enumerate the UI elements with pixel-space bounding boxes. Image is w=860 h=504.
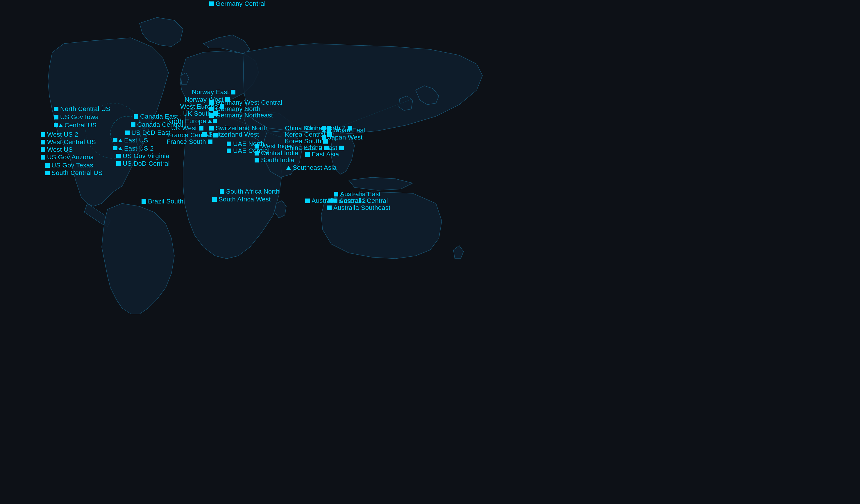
region-dot <box>231 90 235 95</box>
region-japan-west[interactable]: Japan West <box>322 134 363 141</box>
region-central-us[interactable]: Central US <box>54 121 97 129</box>
region-dot <box>54 115 58 119</box>
region-dot <box>209 1 214 6</box>
region-dot <box>116 154 121 158</box>
region-dot <box>45 163 50 168</box>
region-us-gov-texas[interactable]: US Gov Texas <box>45 162 93 169</box>
region-dot <box>199 126 203 130</box>
region-us-gov-arizona[interactable]: US Gov Arizona <box>41 154 94 161</box>
region-dot <box>134 114 138 119</box>
region-dot <box>322 135 326 140</box>
region-south-central-us[interactable]: South Central US <box>45 169 103 177</box>
region-dot <box>202 132 207 137</box>
region-france-south[interactable]: France South <box>167 138 213 146</box>
region-north-central-us[interactable]: North Central US <box>54 105 110 113</box>
region-east-us-2[interactable]: East US 2 <box>113 145 154 152</box>
map-container: North Central US US Gov Iowa Central US … <box>0 0 860 504</box>
region-dot <box>209 107 214 111</box>
region-us-dod-central[interactable]: US DoD Central <box>116 160 170 168</box>
region-dot <box>131 123 135 127</box>
region-australia-central[interactable]: Australia Central <box>328 197 388 205</box>
region-us-dod-east[interactable]: US DoD East <box>125 129 170 136</box>
region-australia-southeast[interactable]: Australia Southeast <box>327 204 390 212</box>
region-west-central-us[interactable]: West Central US <box>41 138 96 146</box>
region-dot <box>255 151 259 156</box>
region-dot <box>227 148 231 153</box>
regions-overlay: North Central US US Gov Iowa Central US … <box>0 0 860 504</box>
region-dot <box>113 138 123 143</box>
region-dot <box>322 128 331 132</box>
region-dot <box>328 199 338 203</box>
region-dot <box>41 140 45 144</box>
region-dot <box>334 192 338 197</box>
region-dot <box>113 146 123 151</box>
region-south-africa-west[interactable]: South Africa West <box>212 196 271 203</box>
region-brazil-south[interactable]: Brazil South <box>142 198 183 205</box>
region-us-gov-virginia[interactable]: US Gov Virginia <box>116 152 170 160</box>
region-dot <box>41 155 45 160</box>
region-dot <box>227 142 231 146</box>
region-us-gov-iowa[interactable]: US Gov Iowa <box>54 113 99 121</box>
region-dot <box>209 126 214 130</box>
region-japan-east[interactable]: Japan East <box>322 127 366 134</box>
region-germany-northeast[interactable]: Germany Northeast <box>209 112 273 119</box>
region-dot <box>305 152 310 157</box>
region-east-asia[interactable]: East Asia <box>305 150 339 158</box>
region-uk-west[interactable]: UK West <box>171 125 203 132</box>
region-dot <box>142 199 146 204</box>
region-dot <box>125 130 130 135</box>
region-dot <box>286 166 291 170</box>
region-dot <box>208 119 217 124</box>
region-dot <box>220 189 224 194</box>
region-dot <box>212 197 217 202</box>
region-southeast-asia[interactable]: Southeast Asia <box>286 164 336 172</box>
region-dot <box>54 107 58 111</box>
region-dot <box>327 205 332 210</box>
region-dot <box>41 147 45 152</box>
region-dot <box>339 146 344 150</box>
region-west-us[interactable]: West US <box>41 146 73 154</box>
region-switzerland-west[interactable]: Switzerland West <box>202 131 259 138</box>
region-west-us-2[interactable]: West US 2 <box>41 131 78 138</box>
region-dot <box>45 171 50 175</box>
region-east-us[interactable]: East US <box>113 136 148 144</box>
region-south-india[interactable]: South India <box>255 156 295 164</box>
region-dot <box>208 140 213 144</box>
region-dot <box>255 158 259 162</box>
region-dot <box>209 113 214 118</box>
region-dot <box>41 132 45 137</box>
region-dot <box>255 144 259 148</box>
region-dot <box>54 123 63 128</box>
region-dot <box>116 161 121 166</box>
region-south-africa-north[interactable]: South Africa North <box>220 188 280 195</box>
region-norway-east[interactable]: Norway East <box>192 88 235 96</box>
region-dot <box>209 100 214 105</box>
region-germany-central[interactable]: Germany Central <box>209 0 266 8</box>
region-dot <box>305 199 310 203</box>
